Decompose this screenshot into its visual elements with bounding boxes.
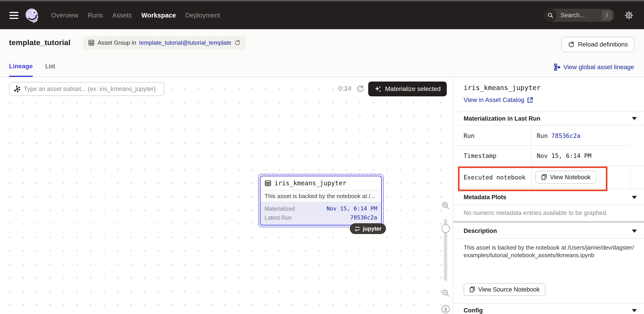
section-description-collapse-icon[interactable] xyxy=(632,229,637,233)
view-tabs: Lineage List xyxy=(9,63,55,77)
nav-item-deployment[interactable]: Deployment xyxy=(185,12,220,19)
view-notebook-label: View Notebook xyxy=(550,174,590,181)
asset-sidebar-panel: iris_kmeans_jupyter View in Asset Catalo… xyxy=(453,78,644,314)
zoom-out-icon[interactable] xyxy=(441,289,450,297)
asset-group-badge-text: Asset Group in xyxy=(98,39,136,46)
run-value-prefix: Run xyxy=(537,132,551,139)
asset-node-selected[interactable]: iris_kmeans_jupyter This asset is backed… xyxy=(258,174,384,227)
asset-group-link[interactable]: template_tutorial@tutorial_template xyxy=(139,39,231,46)
view-in-asset-catalog-link[interactable]: View in Asset Catalog xyxy=(464,96,533,104)
latest-run-label: Latest Run xyxy=(264,213,292,222)
materialized-label: Materialized xyxy=(264,204,295,213)
row-run-value: Run 78536c2a xyxy=(537,132,580,139)
view-in-asset-catalog-label: View in Asset Catalog xyxy=(464,96,524,104)
settings-gear-icon[interactable] xyxy=(624,11,634,20)
view-notebook-button[interactable]: View Notebook xyxy=(536,171,596,184)
materialize-selected-button[interactable]: Materialize selected xyxy=(368,82,447,96)
notebook-icon xyxy=(541,174,547,180)
op-selector-icon xyxy=(13,85,21,93)
row-executed-notebook-label: Executed notebook xyxy=(464,174,526,181)
sidebar-asset-title: iris_kmeans_jupyter xyxy=(464,84,540,92)
sparkle-icon xyxy=(374,85,382,93)
page-title: template_tutorial xyxy=(9,38,70,47)
reload-definitions-label: Reload definitions xyxy=(578,41,628,48)
badge-reload-icon[interactable] xyxy=(234,40,240,46)
asset-group-badge: Asset Group in template_tutorial@tutoria… xyxy=(83,36,246,49)
search-icon xyxy=(544,9,557,22)
hamburger-menu-icon[interactable] xyxy=(10,10,18,21)
view-global-asset-lineage-label: View global asset lineage xyxy=(564,64,634,71)
nav-item-overview[interactable]: Overview xyxy=(51,12,78,19)
external-link-icon xyxy=(527,97,533,103)
section-metadata-plots-heading: Metadata Plots xyxy=(464,194,506,201)
global-search[interactable]: / xyxy=(544,9,614,22)
reload-icon xyxy=(568,41,575,48)
materialized-value[interactable]: Nov 15, 6:14 PM xyxy=(326,204,377,213)
section-description-heading: Description xyxy=(464,227,497,234)
download-view-icon[interactable] xyxy=(441,304,450,314)
compute-kind-tag-label: jupyter xyxy=(363,225,382,232)
description-text: This asset is backed by the notebook at … xyxy=(464,244,634,259)
nav-item-assets[interactable]: Assets xyxy=(112,12,132,19)
dagster-logo-icon[interactable] xyxy=(24,8,40,23)
row-timestamp-value: Nov 15, 6:14 PM xyxy=(537,152,592,159)
asset-group-grid-icon xyxy=(88,39,95,46)
search-shortcut-badge: / xyxy=(602,10,612,20)
tab-lineage[interactable]: Lineage xyxy=(9,63,33,77)
section-metadata-plots-collapse-icon[interactable] xyxy=(632,196,637,199)
section-config-heading: Config xyxy=(464,307,483,314)
search-input[interactable] xyxy=(557,12,602,19)
nav-item-workspace[interactable]: Workspace xyxy=(141,12,176,19)
refresh-timer: 0:24 xyxy=(338,85,352,92)
run-id-link[interactable]: 78536c2a xyxy=(551,132,580,139)
zoom-in-icon[interactable] xyxy=(441,201,450,210)
asset-subset-filter[interactable] xyxy=(9,82,164,96)
row-timestamp-label: Timestamp xyxy=(464,152,496,159)
section-materialization-heading: Materialization in Last Run xyxy=(464,115,540,122)
table-asset-icon xyxy=(264,180,271,187)
asset-node-stats: Materialized Nov 15, 6:14 PM Latest Run … xyxy=(260,202,381,225)
materialize-selected-label: Materialize selected xyxy=(385,85,440,93)
refresh-graph-icon[interactable] xyxy=(356,85,364,93)
view-global-asset-lineage-link[interactable]: View global asset lineage xyxy=(554,64,634,71)
view-source-notebook-button[interactable]: View Source Notebook xyxy=(464,283,546,296)
row-run-label: Run xyxy=(464,132,474,139)
section-materialization-collapse-icon[interactable] xyxy=(632,117,637,120)
top-navbar: Overview Runs Assets Workspace Deploymen… xyxy=(0,1,644,29)
view-source-notebook-label: View Source Notebook xyxy=(478,286,540,293)
asset-lineage-canvas[interactable]: 0:24 Materialize selected ir xyxy=(0,78,453,314)
asset-node-description: This asset is backed by the notebook at … xyxy=(260,190,381,202)
nav-item-runs[interactable]: Runs xyxy=(88,12,103,19)
metadata-plots-empty-text: No numeric metadata entries available to… xyxy=(464,210,608,216)
jupyter-icon xyxy=(354,225,360,232)
tab-list[interactable]: List xyxy=(45,63,55,77)
asset-node-title: iris_kmeans_jupyter xyxy=(274,179,346,187)
asset-subset-input[interactable] xyxy=(21,86,160,93)
zoom-slider-handle[interactable] xyxy=(442,224,450,233)
latest-run-value[interactable]: 78536c2a xyxy=(350,213,377,222)
primary-nav: Overview Runs Assets Workspace Deploymen… xyxy=(51,12,220,19)
lineage-graph-icon xyxy=(554,64,560,71)
compute-kind-tag-jupyter[interactable]: jupyter xyxy=(350,223,386,234)
notebook-icon xyxy=(470,286,475,293)
reload-definitions-button[interactable]: Reload definitions xyxy=(561,37,634,52)
page-header: template_tutorial Asset Group in templat… xyxy=(0,29,644,77)
section-config-collapse-icon[interactable] xyxy=(632,309,637,312)
